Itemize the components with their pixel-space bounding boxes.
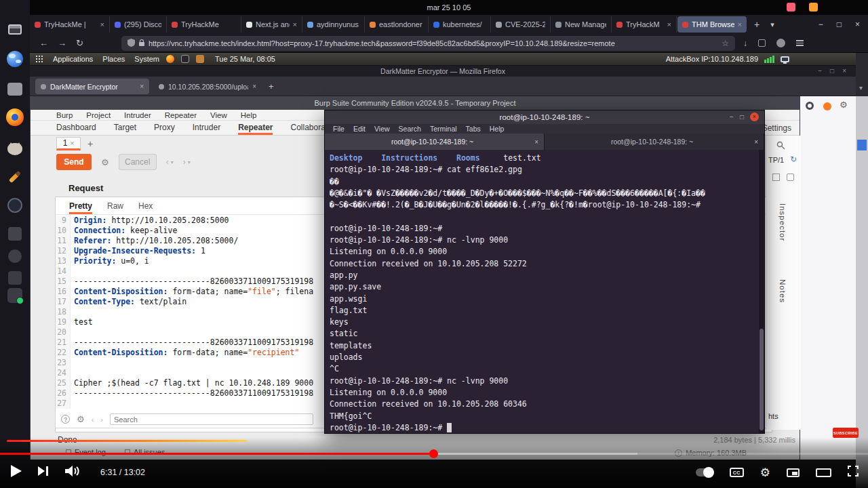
- extensions-icon[interactable]: [758, 39, 766, 47]
- firefox-tab-uploads[interactable]: 10.10.205.208:5000/uploads ×: [153, 79, 262, 94]
- menu-burp[interactable]: Burp: [56, 111, 73, 119]
- terminal-panel-icon[interactable]: [181, 55, 189, 63]
- window-switcher-launcher[interactable]: [0, 18, 30, 41]
- tab-list-chevron-icon[interactable]: ▾: [770, 20, 774, 29]
- close-button[interactable]: ×: [842, 67, 846, 75]
- window-minimize-button[interactable]: −: [818, 20, 823, 29]
- volume-icon[interactable]: [65, 466, 81, 479]
- view-hex[interactable]: Hex: [138, 201, 153, 214]
- theater-mode-button[interactable]: [816, 468, 831, 477]
- terminal-tab-1[interactable]: root@ip-10-10-248-189: ~ ×: [325, 134, 545, 150]
- menu-file[interactable]: File: [333, 125, 344, 133]
- tab-close-icon[interactable]: ×: [100, 20, 104, 28]
- pink-status-icon[interactable]: [787, 3, 795, 12]
- browser-tab[interactable]: TryHackMe |×: [30, 16, 110, 33]
- search-icon[interactable]: [776, 140, 785, 152]
- minimize-button[interactable]: −: [818, 67, 822, 75]
- menu-terminal[interactable]: Terminal: [430, 125, 457, 133]
- menu-applications[interactable]: Applications: [53, 55, 93, 63]
- add-repeater-tab-button[interactable]: +: [87, 138, 93, 150]
- player-settings-gear-icon[interactable]: ⚙: [760, 466, 770, 480]
- miniplayer-button[interactable]: [787, 468, 800, 477]
- new-tab-button[interactable]: +: [754, 19, 760, 30]
- play-button[interactable]: [11, 465, 22, 480]
- inspector-label[interactable]: Inspector: [778, 203, 787, 241]
- next-match-button[interactable]: ›: [100, 415, 103, 424]
- subscribe-badge[interactable]: SUBSCRIBE: [833, 428, 859, 438]
- maximize-button[interactable]: □: [740, 113, 744, 121]
- menu-help[interactable]: Help: [241, 111, 257, 119]
- menu-edit[interactable]: Edit: [353, 125, 366, 133]
- network-signal-icon[interactable]: [764, 55, 774, 63]
- tab-close-icon[interactable]: ×: [70, 140, 74, 147]
- terminal-output[interactable]: Desktop Instructions Rooms test.txtroot@…: [325, 150, 764, 433]
- hamburger-menu-icon[interactable]: [796, 40, 804, 46]
- browser-tab[interactable]: CVE-2025-29: [491, 16, 551, 33]
- view-raw[interactable]: Raw: [107, 201, 123, 214]
- forward-button[interactable]: →: [58, 38, 66, 48]
- captions-button[interactable]: CC: [730, 468, 744, 477]
- activities-grid-icon[interactable]: [36, 56, 43, 63]
- browser-tab[interactable]: Next.js and×: [241, 16, 302, 33]
- browser-tab[interactable]: eastlondoner: [365, 16, 429, 33]
- bookmark-star-icon[interactable]: ☆: [722, 39, 729, 48]
- browser-tab[interactable]: aydinnyunus: [302, 16, 365, 33]
- app-2-launcher[interactable]: [0, 245, 30, 268]
- browser-tab[interactable]: New Manage: [551, 16, 612, 33]
- browser-tab[interactable]: TryHackMe: [167, 16, 241, 33]
- autoplay-toggle[interactable]: [696, 468, 713, 476]
- scroll-chevron-icon[interactable]: ▾: [859, 84, 863, 92]
- address-bar[interactable]: https://vnc.tryhackme.tech/index.html?ho…: [121, 36, 735, 51]
- files-launcher[interactable]: [0, 77, 30, 100]
- app-green-status-launcher[interactable]: [0, 284, 30, 307]
- browser-tab[interactable]: TryHackM×: [612, 16, 677, 33]
- history-back-button[interactable]: ‹▾: [166, 157, 174, 167]
- tab-dashboard[interactable]: Dashboard: [56, 123, 96, 135]
- terminal-scrollbar[interactable]: [759, 150, 764, 433]
- browser-tab[interactable]: kubernetes/: [429, 16, 491, 33]
- terminal-tab-2[interactable]: root@ip-10-10-248-189: ~ ×: [545, 134, 764, 150]
- app-1-launcher[interactable]: [0, 222, 30, 245]
- scrollbar-thumb[interactable]: [760, 329, 764, 430]
- pencil-editor-launcher[interactable]: [0, 165, 30, 188]
- tab-close-icon[interactable]: ×: [140, 83, 144, 90]
- tab-close-icon[interactable]: ×: [534, 138, 538, 146]
- tab-target[interactable]: Target: [114, 123, 136, 135]
- tab-close-icon[interactable]: ×: [667, 20, 671, 28]
- menu-view[interactable]: View: [210, 111, 227, 119]
- desktop-clock[interactable]: Tue 25 Mar, 08:05: [215, 55, 275, 63]
- tab-close-icon[interactable]: ×: [754, 138, 758, 146]
- back-button[interactable]: ←: [39, 38, 48, 48]
- prev-match-button[interactable]: ‹: [92, 415, 94, 424]
- window-close-button[interactable]: ×: [855, 20, 860, 29]
- refresh-icon[interactable]: ↻: [790, 155, 797, 164]
- panel-icon-2[interactable]: [787, 174, 794, 181]
- history-forward-button[interactable]: ›▾: [183, 157, 191, 167]
- menu-project[interactable]: Project: [86, 111, 111, 119]
- fullscreen-button[interactable]: [848, 466, 859, 479]
- tab-close-icon[interactable]: ×: [738, 20, 742, 28]
- search-input[interactable]: [110, 413, 313, 425]
- send-button[interactable]: Send: [56, 154, 92, 170]
- help-icon[interactable]: ?: [61, 415, 70, 424]
- display-icon[interactable]: [781, 56, 789, 62]
- search-settings-gear-icon[interactable]: ⚙: [77, 414, 85, 424]
- close-button[interactable]: ×: [750, 113, 759, 121]
- request-settings-gear-icon[interactable]: ⚙: [101, 157, 109, 167]
- cancel-button[interactable]: Cancel: [119, 154, 157, 170]
- reload-button[interactable]: ↻: [76, 38, 83, 48]
- firefox-launcher[interactable]: [0, 106, 30, 129]
- progress-knob[interactable]: [429, 449, 438, 458]
- firefox-tab-darkmatter[interactable]: DarkMatter Encryptor ×: [35, 79, 149, 94]
- editor-panel-icon[interactable]: [196, 55, 204, 63]
- firefox-panel-icon[interactable]: [166, 55, 174, 63]
- notes-label[interactable]: Notes: [778, 279, 787, 303]
- orange-status-icon[interactable]: [809, 3, 818, 12]
- browser-tab[interactable]: (295) Discord: [110, 16, 167, 33]
- menu-places[interactable]: Places: [102, 55, 125, 63]
- maximize-button[interactable]: □: [830, 67, 834, 75]
- menu-repeater[interactable]: Repeater: [165, 111, 197, 119]
- menu-view[interactable]: View: [374, 125, 390, 133]
- next-button[interactable]: [38, 466, 49, 479]
- video-progress-bar[interactable]: [0, 453, 868, 455]
